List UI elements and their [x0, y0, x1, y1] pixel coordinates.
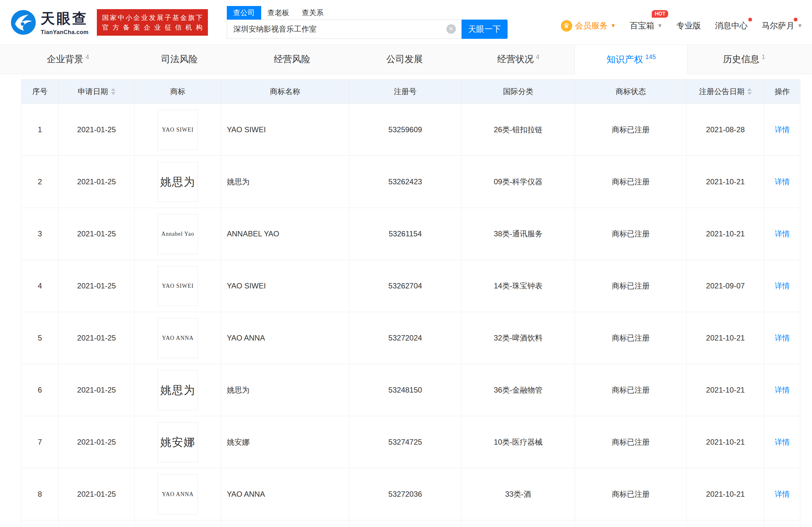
tianyancha-logo-icon: [11, 10, 36, 35]
cell-intl-class: 33类-酒: [462, 468, 575, 521]
sort-icon[interactable]: [747, 88, 752, 95]
search-input[interactable]: [227, 20, 462, 39]
top-nav: ♛ 会员服务 ▼ HOT 百宝箱 ▼ 专业版 消息中心 马尔萨月 ▼: [561, 13, 802, 31]
nav-label: 马尔萨月: [762, 20, 794, 31]
tab-company-development[interactable]: 公司发展: [349, 45, 462, 74]
tianyancha-logo[interactable]: 天眼查 TianYanCha.com: [11, 9, 89, 35]
cell-pub-date: [687, 521, 764, 527]
cell-mark-name: 姚思为: [221, 364, 349, 416]
trademark-text: YAO ANNA: [162, 491, 194, 498]
gov-badge-line1: 国家中小企业发展子基金旗下: [102, 13, 203, 23]
cell-mark: YAO ANNA: [135, 468, 221, 521]
trademark-image[interactable]: YAO ANNA: [158, 474, 198, 514]
cell-mark: YAO ANNA: [135, 312, 221, 364]
cell-pub-date: 2021-08-28: [687, 104, 764, 156]
clear-icon[interactable]: ×: [446, 24, 456, 34]
search-tab-relation[interactable]: 查关系: [295, 6, 330, 19]
search-input-wrap: ×: [227, 19, 462, 39]
search-button[interactable]: 天眼一下: [462, 19, 508, 39]
trademark-text: 姚安娜: [160, 435, 195, 450]
detail-link[interactable]: 详情: [775, 490, 790, 498]
tab-operating-status[interactable]: 经营状况4: [462, 45, 575, 74]
cell-mark-name: ANNABEL YAO: [221, 208, 349, 260]
search-tabs: 查公司 查老板 查关系: [227, 6, 508, 19]
cell-action: 详情: [764, 312, 800, 364]
cell-mark: YAO SIWEI: [135, 260, 221, 312]
trademark-image[interactable]: 姚安娜: [158, 422, 198, 462]
tab-history-info[interactable]: 历史信息1: [688, 45, 800, 74]
tab-intellectual-property[interactable]: 知识产权145: [575, 45, 688, 74]
col-apply-date: 申请日期: [59, 80, 135, 104]
detail-link[interactable]: 详情: [775, 282, 790, 290]
cell-status: 商标已注册: [575, 468, 687, 521]
cell-apply-date: 2021-01-25: [59, 416, 135, 468]
notification-dot: [794, 18, 797, 22]
cell-pub-date: 2021-10-21: [687, 364, 764, 416]
tab-company-background[interactable]: 企业背景4: [12, 45, 124, 74]
cell-mark-name: YAO SIWEI: [221, 260, 349, 312]
cell-apply-date: 2021-01-25: [59, 156, 135, 208]
cell-mark: 姚安娜: [135, 416, 221, 468]
detail-link[interactable]: 详情: [775, 229, 790, 238]
col-mark: 商标: [135, 80, 221, 104]
cell-intl-class: [462, 521, 575, 527]
cell-action: 详情: [764, 104, 800, 156]
tab-count: 4: [86, 53, 89, 61]
search-area: 查公司 查老板 查关系 × 天眼一下: [227, 6, 508, 39]
table-row: 8 2021-01-25 YAO ANNA YAO ANNA 53272036 …: [21, 468, 800, 521]
search-tab-boss[interactable]: 查老板: [261, 6, 295, 19]
tab-label: 公司发展: [387, 53, 423, 66]
nav-item-message-center[interactable]: 消息中心: [715, 20, 748, 31]
cell-reg-no: 53248150: [349, 364, 462, 416]
col-pub-date: 注册公告日期: [687, 80, 764, 104]
trademark-image[interactable]: YAO SIWEI: [158, 110, 198, 150]
cell-mark: 姚思为: [135, 364, 221, 416]
cell-status: 商标已注册: [575, 208, 687, 260]
detail-link[interactable]: 详情: [775, 125, 790, 134]
tab-label: 经营风险: [274, 53, 310, 66]
cell-pub-date: 2021-10-21: [687, 468, 764, 521]
tab-judicial-risk[interactable]: 司法风险: [124, 45, 237, 74]
cell-intl-class: 09类-科学仪器: [462, 156, 575, 208]
search-bar: × 天眼一下: [227, 19, 508, 39]
cell-pub-date: 2021-09-07: [687, 260, 764, 312]
nav-item-username[interactable]: 马尔萨月 ▼: [762, 20, 802, 31]
cell-intl-class: 26类-钮扣拉链: [462, 104, 575, 156]
cell-reg-no: 53272024: [349, 312, 462, 364]
search-tab-company[interactable]: 查公司: [227, 6, 261, 19]
chevron-down-icon: ▼: [611, 23, 616, 29]
trademark-image[interactable]: YAO ANNA: [158, 318, 198, 358]
cell-action: [764, 521, 800, 527]
col-no: 序号: [21, 80, 59, 104]
cell-apply-date: [59, 521, 135, 527]
chevron-down-icon: ▼: [657, 23, 663, 29]
trademark-image[interactable]: YAO SIWEI: [158, 266, 198, 306]
trademark-image[interactable]: Annabel Yao: [158, 214, 198, 254]
detail-link[interactable]: 详情: [775, 333, 790, 342]
nav-item-pro-version[interactable]: 专业版: [676, 20, 701, 31]
detail-link[interactable]: 详情: [775, 177, 790, 186]
nav-item-toolbox[interactable]: HOT 百宝箱 ▼: [630, 20, 663, 31]
cell-mark-name: 姚安娜: [221, 416, 349, 468]
table-row: 6 2021-01-25 姚思为 姚思为 53248150 36类-金融物管 商…: [21, 364, 800, 416]
nav-item-vip-service[interactable]: ♛ 会员服务 ▼: [561, 20, 616, 31]
table-header-row: 序号 申请日期 商标 商标名称 注册号 国际分类 商标状态 注册公告日期 操作: [21, 80, 800, 104]
cell-no: 7: [21, 416, 59, 468]
trademark-image[interactable]: 姚思为: [158, 370, 198, 410]
cell-mark-name: [221, 521, 349, 527]
sort-icon[interactable]: [111, 88, 115, 95]
cell-intl-class: 36类-金融物管: [462, 364, 575, 416]
logo-text: 天眼查 TianYanCha.com: [41, 9, 89, 35]
cell-status: 商标已注册: [575, 104, 687, 156]
detail-link[interactable]: 详情: [775, 438, 790, 446]
tab-label: 企业背景: [47, 53, 83, 66]
section-tabs: 企业背景4 司法风险 经营风险 公司发展 经营状况4 知识产权145 历史信息1: [12, 45, 800, 74]
tab-operation-risk[interactable]: 经营风险: [237, 45, 349, 74]
cell-pub-date: 2021-10-21: [687, 416, 764, 468]
detail-link[interactable]: 详情: [775, 386, 790, 394]
cell-reg-no: 53262704: [349, 260, 462, 312]
trademark-image[interactable]: 姚思为: [158, 162, 198, 202]
cell-status: 商标已注册: [575, 312, 687, 364]
cell-reg-no: 53261154: [349, 208, 462, 260]
nav-label: 百宝箱: [630, 20, 654, 31]
